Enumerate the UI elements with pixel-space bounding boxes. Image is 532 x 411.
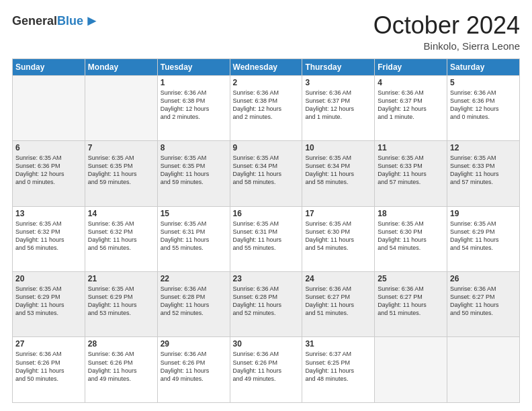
day-number: 6 xyxy=(15,143,82,152)
day-number: 15 xyxy=(161,209,227,218)
calendar-day-cell: 12Sunrise: 6:35 AM Sunset: 6:33 PM Dayli… xyxy=(447,141,520,206)
header: General Blue ► October 2024 Binkolo, Sie… xyxy=(12,12,520,52)
calendar-day-cell: 9Sunrise: 6:35 AM Sunset: 6:34 PM Daylig… xyxy=(230,141,302,206)
calendar-day-cell: 16Sunrise: 6:35 AM Sunset: 6:31 PM Dayli… xyxy=(230,206,302,271)
calendar-day-cell: 5Sunrise: 6:36 AM Sunset: 6:36 PM Daylig… xyxy=(447,75,520,140)
day-info: Sunrise: 6:35 AM Sunset: 6:35 PM Dayligh… xyxy=(161,154,227,187)
logo-general-text: General xyxy=(12,14,57,28)
day-number: 8 xyxy=(161,143,227,152)
logo: General Blue ► xyxy=(12,12,99,30)
calendar-week-row: 13Sunrise: 6:35 AM Sunset: 6:32 PM Dayli… xyxy=(13,206,520,271)
day-info: Sunrise: 6:35 AM Sunset: 6:31 PM Dayligh… xyxy=(161,220,227,253)
day-number: 10 xyxy=(305,143,371,152)
calendar-day-cell: 29Sunrise: 6:36 AM Sunset: 6:26 PM Dayli… xyxy=(157,337,230,403)
day-number: 11 xyxy=(378,143,444,152)
day-number: 31 xyxy=(305,339,371,349)
day-info: Sunrise: 6:36 AM Sunset: 6:37 PM Dayligh… xyxy=(305,89,371,122)
calendar-week-row: 1Sunrise: 6:36 AM Sunset: 6:38 PM Daylig… xyxy=(13,75,520,140)
calendar-day-cell xyxy=(447,337,520,403)
calendar-day-cell: 6Sunrise: 6:35 AM Sunset: 6:36 PM Daylig… xyxy=(13,141,85,206)
day-number: 24 xyxy=(305,274,371,283)
calendar-day-cell: 2Sunrise: 6:36 AM Sunset: 6:38 PM Daylig… xyxy=(230,75,302,140)
day-number: 5 xyxy=(450,78,517,87)
header-wednesday: Wednesday xyxy=(230,58,302,75)
day-number: 18 xyxy=(378,209,444,218)
calendar-day-cell: 1Sunrise: 6:36 AM Sunset: 6:38 PM Daylig… xyxy=(157,75,230,140)
calendar-day-cell: 3Sunrise: 6:36 AM Sunset: 6:37 PM Daylig… xyxy=(302,75,375,140)
day-info: Sunrise: 6:35 AM Sunset: 6:34 PM Dayligh… xyxy=(233,154,300,187)
header-sunday: Sunday xyxy=(13,58,85,75)
header-thursday: Thursday xyxy=(302,58,375,75)
day-info: Sunrise: 6:36 AM Sunset: 6:26 PM Dayligh… xyxy=(15,350,82,383)
header-monday: Monday xyxy=(85,58,157,75)
calendar-day-cell: 25Sunrise: 6:36 AM Sunset: 6:27 PM Dayli… xyxy=(375,272,447,337)
day-number: 4 xyxy=(378,78,444,87)
month-title: October 2024 xyxy=(373,12,520,39)
day-info: Sunrise: 6:35 AM Sunset: 6:36 PM Dayligh… xyxy=(15,154,82,187)
day-number: 9 xyxy=(233,143,300,152)
calendar-day-cell: 10Sunrise: 6:35 AM Sunset: 6:34 PM Dayli… xyxy=(302,141,375,206)
day-info: Sunrise: 6:36 AM Sunset: 6:27 PM Dayligh… xyxy=(305,285,371,318)
location-text: Binkolo, Sierra Leone xyxy=(373,40,520,52)
day-number: 30 xyxy=(233,339,300,349)
day-info: Sunrise: 6:35 AM Sunset: 6:29 PM Dayligh… xyxy=(450,220,517,253)
calendar-week-row: 6Sunrise: 6:35 AM Sunset: 6:36 PM Daylig… xyxy=(13,141,520,206)
day-number: 7 xyxy=(88,143,154,152)
day-info: Sunrise: 6:36 AM Sunset: 6:37 PM Dayligh… xyxy=(378,89,444,122)
calendar-day-cell xyxy=(375,337,447,403)
day-number: 13 xyxy=(15,209,82,218)
day-info: Sunrise: 6:35 AM Sunset: 6:30 PM Dayligh… xyxy=(378,220,444,253)
day-info: Sunrise: 6:37 AM Sunset: 6:25 PM Dayligh… xyxy=(305,350,371,383)
calendar-week-row: 27Sunrise: 6:36 AM Sunset: 6:26 PM Dayli… xyxy=(13,337,520,403)
calendar-header-row: Sunday Monday Tuesday Wednesday Thursday… xyxy=(13,58,520,75)
day-number: 20 xyxy=(15,274,82,283)
day-number: 3 xyxy=(305,78,371,87)
day-info: Sunrise: 6:35 AM Sunset: 6:32 PM Dayligh… xyxy=(15,220,82,253)
day-number: 17 xyxy=(305,209,371,218)
day-info: Sunrise: 6:35 AM Sunset: 6:31 PM Dayligh… xyxy=(233,220,300,253)
day-info: Sunrise: 6:36 AM Sunset: 6:36 PM Dayligh… xyxy=(450,89,517,122)
day-number: 2 xyxy=(233,78,300,87)
calendar-day-cell: 15Sunrise: 6:35 AM Sunset: 6:31 PM Dayli… xyxy=(157,206,230,271)
day-info: Sunrise: 6:35 AM Sunset: 6:33 PM Dayligh… xyxy=(378,154,444,187)
day-info: Sunrise: 6:36 AM Sunset: 6:28 PM Dayligh… xyxy=(161,285,227,318)
day-number: 26 xyxy=(450,274,517,283)
calendar-day-cell: 23Sunrise: 6:36 AM Sunset: 6:28 PM Dayli… xyxy=(230,272,302,337)
calendar-day-cell: 26Sunrise: 6:36 AM Sunset: 6:27 PM Dayli… xyxy=(447,272,520,337)
day-number: 21 xyxy=(88,274,154,283)
day-info: Sunrise: 6:35 AM Sunset: 6:30 PM Dayligh… xyxy=(305,220,371,253)
calendar-day-cell: 27Sunrise: 6:36 AM Sunset: 6:26 PM Dayli… xyxy=(13,337,85,403)
calendar-day-cell: 13Sunrise: 6:35 AM Sunset: 6:32 PM Dayli… xyxy=(13,206,85,271)
day-number: 16 xyxy=(233,209,300,218)
calendar-day-cell: 17Sunrise: 6:35 AM Sunset: 6:30 PM Dayli… xyxy=(302,206,375,271)
logo-blue-text: Blue xyxy=(57,14,83,28)
page: General Blue ► October 2024 Binkolo, Sie… xyxy=(0,0,532,411)
day-info: Sunrise: 6:35 AM Sunset: 6:29 PM Dayligh… xyxy=(15,285,82,318)
calendar-day-cell: 18Sunrise: 6:35 AM Sunset: 6:30 PM Dayli… xyxy=(375,206,447,271)
calendar-day-cell: 24Sunrise: 6:36 AM Sunset: 6:27 PM Dayli… xyxy=(302,272,375,337)
day-number: 28 xyxy=(88,339,154,349)
day-info: Sunrise: 6:35 AM Sunset: 6:29 PM Dayligh… xyxy=(88,285,154,318)
calendar-table: Sunday Monday Tuesday Wednesday Thursday… xyxy=(12,58,520,403)
day-info: Sunrise: 6:35 AM Sunset: 6:34 PM Dayligh… xyxy=(305,154,371,187)
calendar-day-cell: 7Sunrise: 6:35 AM Sunset: 6:35 PM Daylig… xyxy=(85,141,157,206)
calendar-day-cell: 20Sunrise: 6:35 AM Sunset: 6:29 PM Dayli… xyxy=(13,272,85,337)
calendar-day-cell: 30Sunrise: 6:36 AM Sunset: 6:26 PM Dayli… xyxy=(230,337,302,403)
day-info: Sunrise: 6:36 AM Sunset: 6:38 PM Dayligh… xyxy=(161,89,227,122)
day-number: 27 xyxy=(15,339,82,349)
day-info: Sunrise: 6:36 AM Sunset: 6:26 PM Dayligh… xyxy=(233,350,300,383)
calendar-week-row: 20Sunrise: 6:35 AM Sunset: 6:29 PM Dayli… xyxy=(13,272,520,337)
header-tuesday: Tuesday xyxy=(157,58,230,75)
day-info: Sunrise: 6:36 AM Sunset: 6:27 PM Dayligh… xyxy=(378,285,444,318)
day-number: 23 xyxy=(233,274,300,283)
day-number: 14 xyxy=(88,209,154,218)
calendar-day-cell: 21Sunrise: 6:35 AM Sunset: 6:29 PM Dayli… xyxy=(85,272,157,337)
day-number: 29 xyxy=(161,339,227,349)
calendar-day-cell: 31Sunrise: 6:37 AM Sunset: 6:25 PM Dayli… xyxy=(302,337,375,403)
day-number: 12 xyxy=(450,143,517,152)
calendar-day-cell: 19Sunrise: 6:35 AM Sunset: 6:29 PM Dayli… xyxy=(447,206,520,271)
day-info: Sunrise: 6:35 AM Sunset: 6:33 PM Dayligh… xyxy=(450,154,517,187)
calendar-day-cell: 28Sunrise: 6:36 AM Sunset: 6:26 PM Dayli… xyxy=(85,337,157,403)
calendar-day-cell xyxy=(85,75,157,140)
day-info: Sunrise: 6:36 AM Sunset: 6:38 PM Dayligh… xyxy=(233,89,300,122)
